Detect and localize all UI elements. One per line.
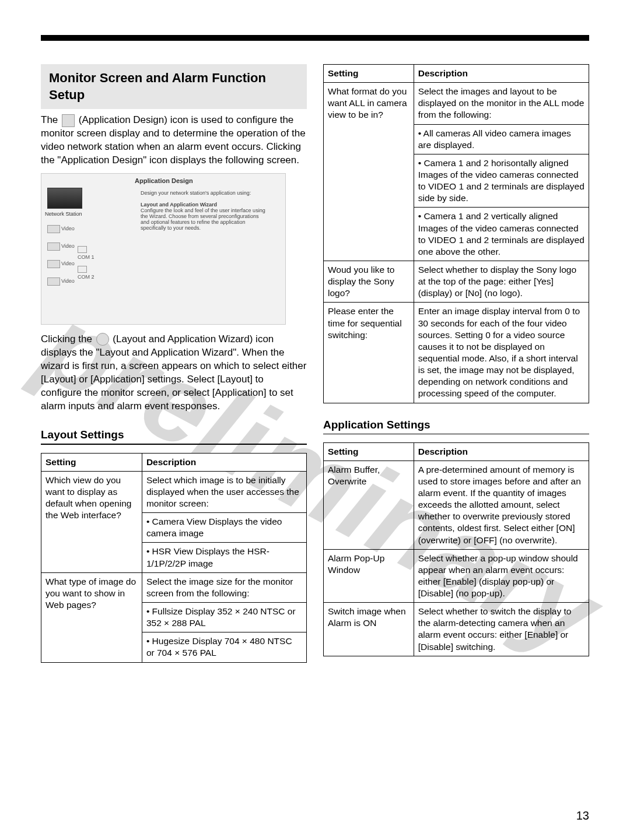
setting-cell: Alarm Buffer, Overwrite (324, 461, 414, 549)
setting-cell: Please enter the time for sequential swi… (324, 303, 414, 403)
setting-cell: Woud you like to display the Sony logo? (324, 261, 414, 302)
left-column: Monitor Screen and Alarm Function Setup … (41, 64, 307, 663)
top-rule (41, 35, 589, 41)
video-row: Video (47, 277, 75, 286)
setting-cell: What format do you want ALL in camera vi… (324, 83, 414, 261)
desc-cell: Select whether to switch the display to … (414, 603, 589, 656)
desc-bullet: • Camera 1 and 2 vertically aligned Imag… (414, 208, 589, 261)
icon-label: (Application Design) (79, 114, 167, 125)
th-desc: Description (414, 442, 589, 461)
video-row: Video (47, 260, 75, 268)
application-settings-table: Setting Description Alarm Buffer, Overwr… (323, 442, 589, 656)
shot-subtext: Design your network station's applicatio… (141, 190, 269, 231)
desc-bullet: • HSR View Displays the HSR-1/1P/2/2P im… (142, 543, 306, 572)
ns-label: Network Station (45, 211, 82, 217)
th-setting: Setting (324, 442, 414, 461)
desc-bullet: • Camera 1 and 2 horisontally aligned Im… (414, 154, 589, 208)
rule (41, 444, 307, 445)
shot-title: Application Design (135, 177, 193, 184)
com2: COM 2 (78, 266, 94, 280)
right-column: Setting Description What format do you w… (323, 64, 589, 663)
th-setting: Setting (41, 453, 142, 471)
rule (323, 434, 589, 434)
th-desc: Description (414, 65, 589, 83)
desc-cell: Select whether to display the Sony logo … (414, 261, 589, 302)
desc-cell: Select the image size for the monitor sc… (142, 572, 306, 602)
desc-cell: Enter an image display interval from 0 t… (414, 303, 589, 403)
intro-paragraph-2: Clicking the (Layout and Application Wiz… (41, 333, 307, 413)
th-desc: Description (142, 453, 306, 471)
text: The (41, 114, 61, 125)
desc-cell: Select whether a pop-up window should ap… (414, 549, 589, 603)
video-row: Video (47, 225, 75, 233)
text: icon displays the "Layout and Applicatio… (41, 333, 306, 412)
com1: COM 1 (78, 246, 94, 260)
application-settings-heading: Application Settings (323, 419, 589, 431)
text: Clicking the (41, 333, 95, 345)
desc-bullet: • Fullsize Display 352 × 240 NTSC or 352… (142, 602, 306, 632)
section-title: Monitor Screen and Alarm Function Setup (41, 64, 307, 109)
layout-settings-heading: Layout Settings (41, 428, 307, 441)
desc-bullet: • Hugesize Display 704 × 480 NTSC or 704… (142, 632, 306, 662)
desc-cell: Select the images and layout to be displ… (414, 83, 589, 124)
intro-paragraph-1: The (Application Design) icon is used to… (41, 114, 307, 167)
wizard-icon (96, 333, 109, 346)
page-number: 13 (576, 809, 589, 823)
right-top-table: Setting Description What format do you w… (323, 64, 589, 403)
setting-cell: Which view do you want to display as def… (41, 471, 142, 572)
setting-cell: What type of image do you want to show i… (41, 572, 142, 662)
desc-bullet: • Camera View Displays the video camera … (142, 513, 306, 543)
video-row: Video (47, 242, 75, 251)
network-station-icon (47, 188, 82, 209)
setting-cell: Alarm Pop-Up Window (324, 549, 414, 603)
icon-label: (Layout and Application Wizard) (113, 333, 253, 345)
application-design-icon (62, 114, 75, 127)
desc-cell: A pre-determined amount of memory is use… (414, 461, 589, 549)
setting-cell: Switch image when Alarm is ON (324, 603, 414, 656)
th-setting: Setting (324, 65, 414, 83)
desc-bullet: • All cameras All video camera images ar… (414, 124, 589, 154)
desc-cell: Select which image is to be initially di… (142, 471, 306, 512)
layout-settings-table: Setting Description Which view do you wa… (41, 453, 307, 663)
app-design-screenshot: Application Design Design your network s… (41, 173, 286, 325)
